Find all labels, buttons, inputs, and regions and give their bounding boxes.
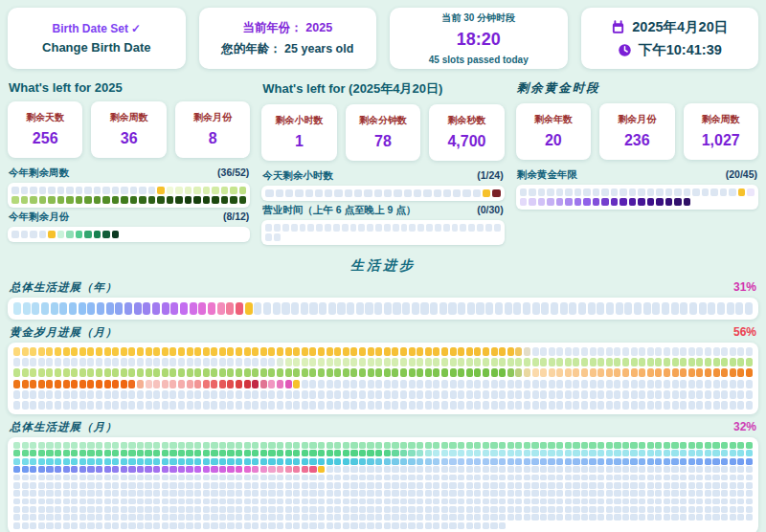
progress-cell xyxy=(38,380,45,388)
progress-cell xyxy=(474,458,481,465)
progress-cell xyxy=(187,401,193,410)
progress-cell xyxy=(597,390,604,399)
progress-cell xyxy=(137,458,144,465)
progress-cell xyxy=(221,187,229,194)
progress-cell xyxy=(590,390,597,399)
progress-cell xyxy=(647,401,654,410)
progress-cell xyxy=(499,347,506,356)
progress-cell xyxy=(252,522,259,529)
progress-cell xyxy=(565,466,572,473)
progress-cell xyxy=(318,475,325,481)
progress-cell xyxy=(730,442,736,449)
progress-cell xyxy=(597,450,604,456)
progress-cell xyxy=(350,450,357,456)
progress-cell xyxy=(236,401,242,410)
progress-cell xyxy=(439,302,447,315)
progress-cell xyxy=(327,475,333,481)
progress-cell xyxy=(462,189,470,197)
progress-cell xyxy=(400,514,407,521)
progress-cell xyxy=(441,358,448,366)
progress-cell xyxy=(400,475,407,481)
progress-cell xyxy=(260,401,267,410)
progress-cell xyxy=(343,358,349,366)
progress-cell xyxy=(460,224,466,232)
progress-cell xyxy=(137,499,144,505)
progress-cell xyxy=(13,506,20,513)
progress-cell xyxy=(203,380,210,388)
progress-cell xyxy=(79,475,86,481)
progress-cell xyxy=(705,490,711,497)
progress-cell xyxy=(705,390,711,399)
progress-cell xyxy=(318,390,325,399)
progress-cell xyxy=(375,499,382,505)
progress-cell xyxy=(556,450,563,456)
progress-cell xyxy=(466,482,473,489)
stat-card-minutes-left: 剩余分钟数 78 xyxy=(346,104,420,161)
progress-cell xyxy=(565,390,572,399)
progress-cell xyxy=(549,358,555,366)
progress-cell xyxy=(392,475,398,481)
progress-cell xyxy=(153,506,160,513)
progress-cell xyxy=(153,499,160,505)
progress-cell xyxy=(738,188,746,196)
progress-cell xyxy=(260,506,267,513)
progress-cell xyxy=(664,450,670,456)
progress-cell xyxy=(203,187,211,194)
progress-cell xyxy=(569,302,576,315)
progress-cell xyxy=(260,466,267,473)
progress-cell xyxy=(490,442,497,449)
progress-cell xyxy=(22,482,29,489)
progress-cell xyxy=(203,475,210,481)
progress-cell xyxy=(433,466,439,473)
progress-cell xyxy=(688,380,695,388)
progress-cell xyxy=(102,231,110,238)
progress-cell xyxy=(606,347,613,356)
progress-cell xyxy=(21,196,29,204)
progress-cell xyxy=(367,522,373,529)
progress-cell xyxy=(375,514,382,521)
progress-cell xyxy=(327,466,333,473)
progress-cell xyxy=(350,358,357,366)
change-birth-date-button[interactable]: Change Birth Date xyxy=(42,40,150,55)
progress-cell xyxy=(392,466,398,473)
progress-cell xyxy=(350,401,357,410)
progress-cell xyxy=(219,390,226,399)
progress-cell xyxy=(337,302,345,315)
progress-cell xyxy=(712,450,719,456)
progress-cell xyxy=(359,466,366,473)
column-year-left: What's left for 2025 剩余天数 256 剩余周数 36 剩余… xyxy=(8,80,250,245)
progress-cell xyxy=(268,490,275,497)
progress-cell xyxy=(318,442,325,449)
progress-cell xyxy=(688,401,695,410)
progress-cell xyxy=(38,358,45,366)
progress-cell xyxy=(260,368,267,377)
progress-cell xyxy=(178,482,185,489)
progress-cell xyxy=(392,506,398,513)
progress-cell xyxy=(128,475,135,481)
progress-cell xyxy=(194,499,201,505)
progress-cell xyxy=(466,390,473,399)
progress-cell xyxy=(219,380,226,388)
progress-cell xyxy=(145,482,151,489)
progress-cell xyxy=(507,490,514,497)
progress-cell xyxy=(96,475,102,481)
current-year-text: 当前年份： 2025 xyxy=(242,20,332,36)
progress-cell xyxy=(219,401,226,410)
progress-cell xyxy=(680,514,687,521)
progress-cell xyxy=(76,231,83,238)
progress-cell xyxy=(680,380,687,388)
progress-cell xyxy=(485,302,493,315)
progress-cell xyxy=(655,358,662,366)
progress-cell xyxy=(282,302,289,315)
progress-cell xyxy=(153,368,160,377)
progress-cell xyxy=(252,368,259,377)
progress-cell xyxy=(581,458,588,465)
progress-cell xyxy=(705,442,711,449)
progress-cell xyxy=(244,401,251,410)
progress-cell xyxy=(614,450,620,456)
progress-cell xyxy=(309,466,316,473)
progress-cell xyxy=(55,506,61,513)
progress-cell xyxy=(227,499,234,505)
progress-cell xyxy=(334,442,341,449)
progress-cell xyxy=(409,380,416,388)
